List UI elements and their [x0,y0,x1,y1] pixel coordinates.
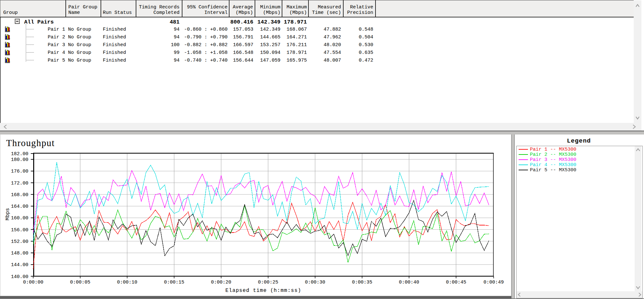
svg-text:140.00: 140.00 [11,274,28,280]
svg-text:0:00:25: 0:00:25 [258,280,278,285]
svg-text:160.00: 160.00 [11,215,28,221]
svg-text:172.00: 172.00 [11,181,28,186]
svg-text:0:00:49: 0:00:49 [483,280,504,285]
svg-text:156.00: 156.00 [11,227,28,233]
svg-text:0:00:35: 0:00:35 [352,280,372,285]
svg-text:0:00:30: 0:00:30 [305,280,325,285]
svg-text:Elapsed time (h:mm:ss): Elapsed time (h:mm:ss) [225,288,301,294]
svg-text:0:00:15: 0:00:15 [164,280,184,285]
svg-text:176.00: 176.00 [11,169,28,174]
svg-text:Mbps: Mbps [5,208,11,220]
svg-text:0:00:20: 0:00:20 [211,280,231,285]
svg-text:0:00:40: 0:00:40 [399,280,419,285]
svg-text:148.00: 148.00 [11,251,28,256]
svg-text:0:00:05: 0:00:05 [70,280,90,285]
svg-text:0:00:45: 0:00:45 [446,280,466,285]
svg-text:0:00:00: 0:00:00 [23,280,43,285]
svg-text:182.00: 182.00 [11,151,28,157]
svg-text:168.00: 168.00 [11,192,28,198]
svg-text:152.00: 152.00 [11,239,28,244]
svg-text:0:00:10: 0:00:10 [117,280,137,285]
svg-text:144.00: 144.00 [11,262,28,268]
svg-text:180.00: 180.00 [11,157,28,163]
svg-text:164.00: 164.00 [11,204,28,209]
